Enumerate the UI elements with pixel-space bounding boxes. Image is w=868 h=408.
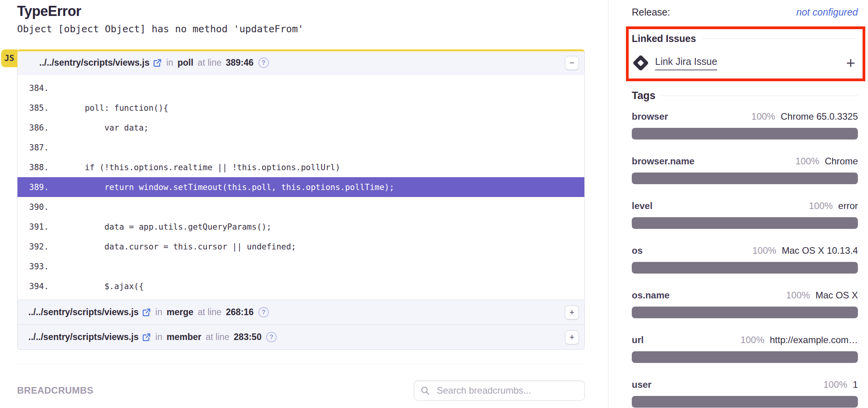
tags-heading: Tags: [632, 90, 655, 102]
tag-value[interactable]: Chrome: [825, 156, 858, 167]
collapse-frame-button[interactable]: −: [565, 56, 579, 70]
tag-value[interactable]: error: [838, 201, 858, 211]
page: TypeError Object [object Object] has no …: [0, 0, 868, 408]
tag-percent: 100%: [823, 379, 847, 390]
search-breadcrumbs-input[interactable]: [414, 380, 585, 401]
line-number: 391.: [17, 222, 45, 232]
tag-name[interactable]: url: [632, 335, 644, 345]
external-link-icon[interactable]: [142, 333, 151, 342]
tag-value[interactable]: Mac OS X 10.13.4: [782, 245, 858, 256]
stack-trace-panel: JS ../../sentry/scripts/views.js in poll…: [17, 49, 585, 350]
tag-distribution-bar: [632, 217, 858, 229]
stack-frame-header-poll[interactable]: ../../sentry/scripts/views.js in poll at…: [17, 51, 584, 75]
search-icon: [420, 385, 430, 397]
tag-distribution-bar: [632, 396, 858, 408]
tag-row-user: user 100% 1: [632, 379, 858, 408]
release-not-configured-link[interactable]: not configured: [797, 7, 858, 18]
release-label: Release:: [632, 7, 670, 18]
tag-percent: 100%: [751, 111, 775, 122]
code-line: 390.: [17, 197, 584, 217]
line-number: 394.: [17, 282, 45, 291]
heading-rule: [702, 38, 855, 39]
link-jira-issue-link[interactable]: Link Jira Issue: [655, 56, 717, 70]
line-number: 387.: [17, 143, 45, 152]
tag-value[interactable]: Chrome 65.0.3325: [781, 111, 858, 122]
expand-frame-button[interactable]: +: [565, 330, 579, 344]
frame-file-path[interactable]: ../../sentry/scripts/views.js: [39, 58, 150, 68]
frame-function-name: poll: [178, 58, 193, 68]
external-link-icon[interactable]: [153, 58, 162, 68]
help-icon[interactable]: ?: [258, 58, 269, 68]
code-line: 391. data = app.utils.getQueryParams();: [17, 217, 584, 237]
add-linked-issue-button[interactable]: +: [846, 57, 855, 69]
exception-title: TypeError: [17, 3, 585, 19]
line-number: 384.: [17, 84, 45, 93]
tags-section: Tags browser 100% Chrome 65.0.3325 brows…: [632, 90, 858, 408]
tag-percent: 100%: [809, 201, 833, 211]
at-line-label: at line: [206, 332, 229, 342]
tag-name[interactable]: level: [632, 201, 652, 211]
code-line: 386. var data;: [17, 118, 584, 138]
code-line: 385. poll: function(){: [17, 98, 584, 118]
code-line-highlighted: 389. return window.setTimeout(this.poll,…: [17, 177, 584, 197]
tag-percent: 100%: [795, 156, 819, 167]
code-line: 384.: [17, 78, 584, 98]
tag-name[interactable]: os: [632, 245, 643, 256]
tag-name[interactable]: user: [632, 379, 652, 390]
frame-line-number: 283:50: [234, 332, 262, 342]
tag-distribution-bar: [632, 128, 858, 139]
external-link-icon[interactable]: [142, 308, 151, 317]
tag-percent: 100%: [741, 335, 764, 345]
line-number: 392.: [17, 242, 45, 251]
tag-name[interactable]: os.name: [632, 290, 669, 301]
frame-file-path[interactable]: ../../sentry/scripts/views.js: [28, 332, 139, 342]
line-source: if (!this.options.realtime || !this.opti…: [45, 163, 340, 172]
tag-name[interactable]: browser: [632, 111, 668, 122]
tag-name[interactable]: browser.name: [632, 156, 694, 167]
tag-percent: 100%: [786, 290, 810, 301]
tag-row-level: level 100% error: [632, 201, 858, 229]
exception-message: Object [object Object] has no method 'up…: [17, 23, 585, 35]
tag-value[interactable]: http://example.com…: [770, 335, 858, 345]
tag-row-browser-name: browser.name 100% Chrome: [632, 156, 858, 184]
heading-rule: [662, 96, 858, 96]
tag-row-browser: browser 100% Chrome 65.0.3325: [632, 111, 858, 139]
tag-row-url: url 100% http://example.com…: [632, 335, 858, 363]
in-label: in: [155, 307, 162, 317]
frame-line-number: 389:46: [226, 58, 254, 68]
line-number: 386.: [17, 123, 45, 133]
code-line: 388. if (!this.options.realtime || !this…: [17, 157, 584, 177]
tag-row-os: os 100% Mac OS X 10.13.4: [632, 245, 858, 274]
line-source: return window.setTimeout(this.poll, this…: [45, 183, 394, 192]
in-label: in: [155, 332, 162, 342]
line-source: $.ajax({: [45, 282, 144, 291]
expand-frame-button[interactable]: +: [565, 305, 579, 319]
code-line: 387.: [17, 138, 584, 157]
at-line-label: at line: [198, 307, 221, 317]
sidebar: Release: not configured Linked Issues Li…: [608, 0, 868, 408]
stack-frame-header-merge[interactable]: ../../sentry/scripts/views.js in merge a…: [17, 300, 584, 324]
tag-row-os-name: os.name 100% Mac OS X: [632, 290, 858, 318]
tag-value[interactable]: 1: [853, 379, 858, 390]
code-line: 393.: [17, 256, 584, 276]
breadcrumbs-heading: BREADCRUMBS: [17, 385, 93, 396]
platform-js-badge: JS: [1, 49, 17, 67]
frame-function-name: member: [167, 332, 201, 342]
frame-file-path[interactable]: ../../sentry/scripts/views.js: [28, 307, 139, 317]
source-context: 384. 385. poll: function(){ 386. var dat…: [17, 75, 584, 300]
tag-percent: 100%: [753, 245, 776, 256]
tag-distribution-bar: [632, 262, 858, 274]
jira-icon: [633, 55, 649, 71]
breadcrumbs-search: [414, 380, 585, 401]
tag-value[interactable]: Mac OS X: [816, 290, 858, 301]
help-icon[interactable]: ?: [258, 307, 269, 317]
line-number: 390.: [17, 202, 45, 212]
linked-issues-heading: Linked Issues: [632, 33, 696, 44]
line-source: data.cursor = this.cursor || undefined;: [45, 242, 296, 251]
at-line-label: at line: [198, 58, 221, 68]
frame-function-name: merge: [167, 307, 193, 317]
stack-frame-header-member[interactable]: ../../sentry/scripts/views.js in member …: [17, 324, 584, 349]
tag-distribution-bar: [632, 351, 858, 363]
line-number: 388.: [17, 163, 45, 172]
help-icon[interactable]: ?: [266, 332, 277, 342]
